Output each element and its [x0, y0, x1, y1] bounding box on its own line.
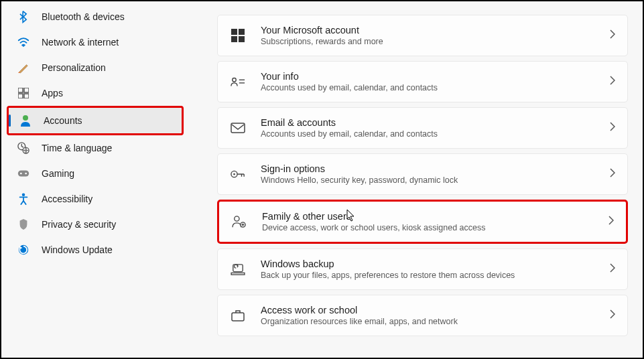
card-body: Your info Accounts used by email, calend…: [261, 71, 610, 92]
sidebar-item-label: Apps: [42, 88, 63, 98]
svg-rect-15: [231, 36, 237, 42]
card-your-info[interactable]: Your info Accounts used by email, calend…: [217, 61, 628, 102]
card-signin-options[interactable]: Sign-in options Windows Hello, security …: [217, 153, 628, 195]
sidebar-item-label: Accessibility: [42, 194, 92, 204]
svg-rect-2: [24, 88, 29, 92]
card-subtitle: Device access, work or school users, kio…: [262, 223, 608, 232]
svg-point-5: [23, 115, 28, 121]
svg-point-0: [23, 45, 25, 47]
svg-rect-20: [231, 123, 245, 133]
update-icon: [16, 244, 31, 256]
chevron-right-icon: [610, 168, 615, 180]
card-title: Windows backup: [261, 259, 610, 269]
svg-rect-1: [18, 88, 23, 92]
apps-icon: [16, 88, 31, 98]
sidebar-item-label: Personalization: [42, 62, 106, 73]
svg-rect-16: [239, 36, 245, 42]
card-access-work-school[interactable]: Access work or school Organization resou…: [217, 295, 628, 336]
wifi-icon: [16, 37, 31, 48]
card-subtitle: Subscriptions, rewards and more: [261, 37, 610, 46]
svg-rect-4: [24, 94, 29, 98]
card-title: Family & other users: [262, 211, 608, 222]
svg-rect-27: [232, 313, 244, 321]
gamepad-icon: [16, 169, 31, 178]
card-microsoft-account[interactable]: Your Microsoft account Subscriptions, re…: [217, 15, 628, 56]
card-body: Access work or school Organization resou…: [261, 305, 610, 326]
sidebar-item-network-internet[interactable]: Network & internet: [7, 29, 184, 55]
microsoft-icon: [230, 29, 246, 42]
main-panel: Your Microsoft account Subscriptions, re…: [189, 1, 643, 358]
person-icon: [18, 115, 33, 127]
bluetooth-icon: [16, 10, 31, 23]
chevron-right-icon: [610, 122, 615, 134]
mail-icon: [230, 123, 246, 133]
clock-language-icon: [16, 142, 31, 154]
card-body: Email & accounts Accounts used by email,…: [261, 117, 610, 139]
chevron-right-icon: [608, 216, 614, 228]
sidebar-item-accounts[interactable]: Accounts: [9, 108, 182, 133]
family-icon: [231, 215, 247, 228]
sidebar-item-time-language[interactable]: Time & language: [7, 135, 184, 161]
svg-rect-8: [18, 170, 29, 176]
sidebar-item-personalization[interactable]: Personalization: [7, 55, 184, 80]
sidebar-item-windows-update[interactable]: Windows Update: [7, 237, 184, 263]
card-subtitle: Back up your files, apps, preferences to…: [261, 271, 610, 280]
sidebar-item-label: Accounts: [44, 115, 82, 126]
chevron-right-icon: [610, 309, 615, 321]
svg-rect-26: [231, 273, 245, 275]
svg-point-9: [20, 173, 22, 175]
card-title: Email & accounts: [261, 117, 610, 128]
chevron-right-icon: [610, 76, 615, 88]
id-card-icon: [230, 76, 246, 87]
svg-rect-13: [231, 29, 237, 35]
svg-rect-14: [239, 29, 245, 35]
card-subtitle: Accounts used by email, calendar, and co…: [261, 83, 610, 92]
sidebar-item-label: Privacy & security: [42, 219, 116, 230]
card-body: Sign-in options Windows Hello, security …: [261, 163, 610, 185]
sidebar: Bluetooth & devices Network & internet P…: [1, 1, 189, 358]
card-windows-backup[interactable]: Windows backup Back up your files, apps,…: [217, 248, 628, 290]
card-title: Your Microsoft account: [261, 25, 610, 35]
accessibility-icon: [16, 193, 31, 205]
sidebar-item-gaming[interactable]: Gaming: [7, 161, 184, 186]
chevron-right-icon: [610, 263, 615, 275]
card-subtitle: Organization resources like email, apps,…: [261, 317, 610, 326]
svg-point-11: [22, 193, 25, 196]
briefcase-icon: [230, 309, 246, 321]
chevron-right-icon: [610, 29, 615, 42]
card-title: Your info: [261, 71, 610, 82]
card-subtitle: Accounts used by email, calendar, and co…: [261, 129, 610, 139]
svg-point-23: [235, 216, 239, 221]
svg-point-10: [25, 173, 27, 175]
svg-rect-3: [18, 94, 23, 98]
brush-icon: [16, 62, 31, 74]
card-title: Access work or school: [261, 305, 610, 315]
sidebar-item-apps[interactable]: Apps: [7, 80, 184, 106]
sidebar-item-label: Gaming: [42, 168, 74, 179]
sidebar-item-label: Network & internet: [42, 37, 119, 48]
card-title: Sign-in options: [261, 163, 610, 174]
sidebar-item-bluetooth-devices[interactable]: Bluetooth & devices: [7, 4, 184, 29]
card-body: Your Microsoft account Subscriptions, re…: [261, 25, 610, 46]
card-body: Windows backup Back up your files, apps,…: [261, 259, 610, 280]
backup-icon: [230, 263, 246, 275]
sidebar-item-label: Bluetooth & devices: [42, 11, 125, 22]
key-icon: [230, 169, 246, 179]
svg-point-17: [233, 78, 237, 82]
card-subtitle: Windows Hello, security key, password, d…: [261, 175, 610, 185]
sidebar-item-label: Time & language: [42, 143, 112, 153]
sidebar-item-accessibility[interactable]: Accessibility: [7, 186, 184, 212]
sidebar-item-privacy-security[interactable]: Privacy & security: [7, 212, 184, 237]
svg-point-22: [233, 173, 235, 175]
card-body: Family & other users Device access, work…: [262, 211, 608, 232]
card-email-accounts[interactable]: Email & accounts Accounts used by email,…: [217, 107, 628, 149]
shield-icon: [16, 218, 31, 230]
sidebar-item-label: Windows Update: [42, 244, 113, 255]
card-family-other-users[interactable]: Family & other users Device access, work…: [217, 200, 628, 244]
